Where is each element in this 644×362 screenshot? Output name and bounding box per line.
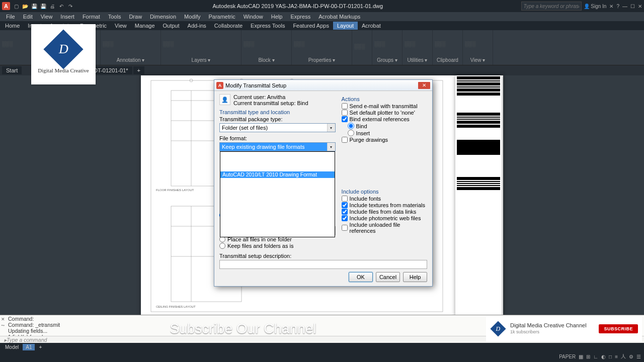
- status-lineweight-icon[interactable]: ≡: [615, 354, 618, 359]
- new-icon[interactable]: ▢: [12, 2, 20, 10]
- status-grid-icon[interactable]: ▦: [579, 354, 583, 359]
- help-search-input[interactable]: [521, 2, 582, 11]
- ribbon-tabs: HomeInsertAnnotateParametricViewManageOu…: [0, 21, 644, 30]
- section-actions: Actions: [342, 96, 427, 102]
- brand-watermark: D Digital Media Creative: [31, 24, 96, 84]
- menu-format[interactable]: Format: [79, 14, 103, 20]
- chk-photometric[interactable]: [342, 215, 348, 221]
- exchange-icon[interactable]: ✕: [609, 4, 613, 9]
- status-snap-icon[interactable]: ⊞: [586, 354, 590, 359]
- chk-textures[interactable]: [342, 202, 348, 208]
- menu-modify[interactable]: Modify: [181, 14, 203, 20]
- menu-insert[interactable]: Insert: [57, 14, 77, 20]
- menu-help[interactable]: Help: [268, 14, 286, 20]
- menu-edit[interactable]: Edit: [20, 14, 36, 20]
- radio-bind[interactable]: [348, 123, 354, 129]
- radio-insert[interactable]: [348, 130, 354, 136]
- format-option[interactable]: AutoCAD 2018/LT 2018 Drawing Format: [220, 158, 335, 165]
- status-polar-icon[interactable]: ◐: [601, 354, 606, 359]
- status-annotation-icon[interactable]: 人: [621, 353, 626, 360]
- menu-dimension[interactable]: Dimension: [147, 14, 179, 20]
- command-input[interactable]: ▸ Type a command: [0, 336, 644, 343]
- dialog-close-button[interactable]: ✕: [418, 82, 430, 89]
- ribbon-tab-acrobat[interactable]: Acrobat: [358, 22, 385, 30]
- tab-add[interactable]: +: [133, 66, 144, 74]
- tab-add-layout[interactable]: +: [36, 344, 45, 350]
- description-label: Transmittal setup description:: [219, 253, 427, 259]
- close-icon[interactable]: ✕: [638, 4, 642, 9]
- ribbon-tab-manage[interactable]: Manage: [131, 22, 159, 30]
- status-osnap-icon[interactable]: □: [609, 354, 612, 359]
- ribbon-tab-express-tools[interactable]: Express Tools: [247, 22, 289, 30]
- format-option[interactable]: AutoCAD 2013 Drawing Format with Explode…: [220, 204, 335, 211]
- ok-button[interactable]: OK: [349, 272, 373, 282]
- ribbon-tab-layout[interactable]: Layout: [333, 22, 358, 30]
- format-option[interactable]: Keep existing drawing file formats: [220, 152, 335, 158]
- format-option[interactable]: AutoCAD 2010/LT 2010 Drawing Format: [220, 171, 335, 178]
- status-ortho-icon[interactable]: ∟: [593, 354, 598, 359]
- chk-unloaded[interactable]: [342, 225, 348, 231]
- format-option[interactable]: AutoCAD 2004/LT 2004 Drawing Format: [220, 185, 335, 191]
- menu-view[interactable]: View: [38, 14, 56, 20]
- dialog-app-icon: A: [216, 82, 223, 89]
- status-menu-icon[interactable]: ☰: [636, 354, 641, 359]
- save-icon[interactable]: 💾: [30, 2, 38, 10]
- chk-default-plotter[interactable]: [342, 110, 348, 116]
- menu-parametric[interactable]: Parametric: [205, 14, 238, 20]
- menu-express[interactable]: Express: [287, 14, 313, 20]
- chk-send-email[interactable]: [342, 103, 348, 109]
- status-paper[interactable]: PAPER: [559, 354, 576, 359]
- saveas-icon[interactable]: 💾: [39, 2, 47, 10]
- svg-text:CEILING FINISHES LAYOUT: CEILING FINISHES LAYOUT: [156, 305, 196, 308]
- undo-icon[interactable]: ↶: [57, 2, 65, 10]
- format-option[interactable]: AutoCAD 2007/LT 2007 Drawing Format: [220, 178, 335, 185]
- help-icon[interactable]: ?: [616, 4, 619, 9]
- ribbon-tab-output[interactable]: Output: [159, 22, 184, 30]
- format-option[interactable]: AutoCAD 2004 Drawing Format with Explode…: [220, 224, 335, 230]
- format-option[interactable]: AutoCAD 2013/LT 2013 Drawing Format: [220, 165, 335, 171]
- open-icon[interactable]: 📂: [21, 2, 29, 10]
- chk-datalinks[interactable]: [342, 209, 348, 215]
- redo-icon[interactable]: ↷: [66, 2, 74, 10]
- help-button[interactable]: Help: [403, 272, 427, 282]
- package-type-combo[interactable]: Folder (set of files) ▾: [219, 123, 336, 132]
- dialog-title-bar[interactable]: A Modify Transmittal Setup ✕: [214, 80, 432, 91]
- menu-window[interactable]: Window: [240, 14, 266, 20]
- menu-acrobat[interactable]: Acrobat Markups: [315, 14, 363, 20]
- tab-start[interactable]: Start: [2, 66, 22, 74]
- chevron-down-icon: ▾: [327, 124, 335, 132]
- dialog-title: Modify Transmittal Setup: [225, 82, 418, 88]
- description-input[interactable]: [219, 260, 427, 269]
- format-option[interactable]: AutoCAD 2000/LT2000 Drawing Format: [220, 191, 335, 198]
- ribbon-panel: ░░░: [352, 30, 372, 65]
- ribbon-tab-view[interactable]: View: [111, 22, 131, 30]
- ribbon-tab-home[interactable]: Home: [1, 22, 24, 30]
- minimize-icon[interactable]: —: [622, 4, 627, 9]
- format-option[interactable]: AutoCAD 2000 Drawing Format with Explode…: [220, 230, 335, 237]
- menu-tools[interactable]: Tools: [105, 14, 124, 20]
- section-include: Include options: [342, 189, 427, 195]
- ribbon-tab-collaborate[interactable]: Collaborate: [210, 22, 247, 30]
- watermark-letter: D: [59, 42, 68, 57]
- radio-keep-as-is[interactable]: [219, 243, 225, 249]
- status-workspace-icon[interactable]: ⚙: [629, 354, 633, 359]
- app-logo[interactable]: A: [2, 2, 10, 10]
- chk-fonts[interactable]: [342, 196, 348, 202]
- format-option[interactable]: AutoCAD 2018 Drawing Format with Explode…: [220, 198, 335, 204]
- plot-icon[interactable]: 🖨: [48, 2, 56, 10]
- format-option[interactable]: AutoCAD 2007 Drawing Format with Explode…: [220, 217, 335, 224]
- cancel-button[interactable]: Cancel: [376, 272, 400, 282]
- menu-draw[interactable]: Draw: [126, 14, 145, 20]
- format-option[interactable]: AutoCAD 2010 Drawing Format with Explode…: [220, 211, 335, 217]
- maximize-icon[interactable]: ☐: [630, 4, 635, 9]
- chk-purge[interactable]: [342, 137, 348, 143]
- sign-in-link[interactable]: 👤 Sign In: [584, 4, 607, 9]
- file-format-combo[interactable]: Keep existing drawing file formats ▾ Kee…: [219, 142, 336, 151]
- menu-file[interactable]: File: [3, 14, 18, 20]
- tab-a1[interactable]: A1: [23, 344, 35, 350]
- ribbon-tab-add-ins[interactable]: Add-ins: [184, 22, 210, 30]
- ribbon-tab-featured-apps[interactable]: Featured Apps: [289, 22, 333, 30]
- chk-bind-xrefs[interactable]: [342, 116, 348, 122]
- tab-model[interactable]: Model: [2, 344, 22, 350]
- status-bar: PAPER ▦ ⊞ ∟ ◐ □ ≡ 人 ⚙ ☰: [0, 351, 644, 362]
